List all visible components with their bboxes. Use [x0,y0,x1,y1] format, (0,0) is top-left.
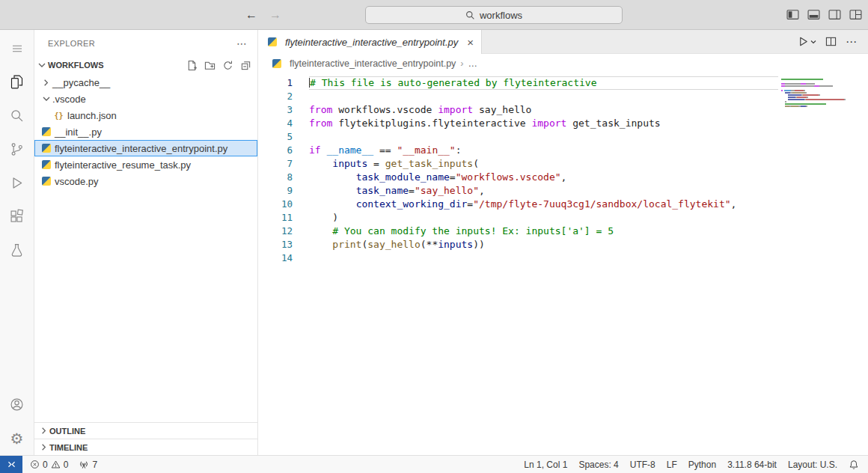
title-bar: ← → workflows [0,0,868,30]
extensions-icon[interactable] [0,200,34,234]
line-content: print(say_hello(**inputs)) [309,238,778,251]
tree-item-launch.json[interactable]: {}launch.json [34,107,257,123]
python-interpreter-status[interactable]: 3.11.8 64-bit [727,460,777,470]
line-content: # You can modify the inputs! Ex: inputs[… [309,225,778,238]
code-line-6[interactable]: 6if __name__ == "__main__": [258,144,868,157]
tree-item-__init__.py[interactable]: __init__.py [34,123,257,140]
tree-item-vscode.py[interactable]: vscode.py [34,173,257,189]
code-line-2[interactable]: 2 [258,90,868,103]
timeline-label: TIMELINE [49,443,88,452]
timeline-section[interactable]: TIMELINE [34,439,257,455]
line-content [309,90,778,103]
new-file-icon[interactable] [186,60,198,71]
python-file-icon [40,142,52,154]
code-line-14[interactable]: 14 [258,251,868,265]
line-number: 13 [258,238,293,251]
refresh-icon[interactable] [222,60,233,71]
code-line-5[interactable]: 5 [258,130,868,144]
sidebar-more-actions-icon[interactable]: ⋯ [236,37,247,49]
tab-label: flyteinteractive_interactive_entrypoint.… [285,37,458,48]
breadcrumb-file[interactable]: flyteinteractive_interactive_entrypoint.… [290,58,456,69]
notifications-bell-icon[interactable] [849,460,859,470]
code-line-10[interactable]: 10 context_working_dir="/tmp/flyte-7uuq3… [258,198,868,211]
chevron-down-icon [40,94,52,104]
line-number: 11 [258,211,293,225]
status-bar: 0 0 7 Ln 1, Col 1 Spaces: 4 UTF-8 LF Pyt… [0,455,868,473]
code-line-7[interactable]: 7 inputs = get_task_inputs( [258,157,868,171]
tree-item-label: __init__.py [55,126,102,138]
command-center-search[interactable]: workflows [365,6,623,24]
code-line-8[interactable]: 8 task_module_name="workflows.vscode", [258,171,868,184]
back-icon[interactable]: ← [245,8,257,22]
code-line-11[interactable]: 11 ) [258,211,868,225]
python-file-icon [266,36,278,48]
customize-layout-icon[interactable] [849,8,862,21]
tree-item-flyteinteractive_interactive_entrypoint.py[interactable]: flyteinteractive_interactive_entrypoint.… [34,140,257,156]
line-number: 2 [258,90,293,103]
code-line-9[interactable]: 9 task_name="say_hello", [258,184,868,198]
minimap[interactable] [781,78,849,109]
editor-group: flyteinteractive_interactive_entrypoint.… [258,30,868,455]
line-number: 4 [258,117,293,130]
code-lines: 1# This file is auto-generated by flytei… [258,76,868,265]
code-editor[interactable]: 1# This file is auto-generated by flytei… [258,73,868,455]
code-line-1[interactable]: 1# This file is auto-generated by flytei… [258,76,868,90]
error-icon [30,460,40,469]
search-sidebar-icon[interactable] [0,99,34,132]
run-debug-icon[interactable] [0,166,34,200]
code-line-13[interactable]: 13 print(say_hello(**inputs)) [258,238,868,251]
settings-gear-icon[interactable]: ⚙ [0,421,34,455]
close-icon[interactable]: × [462,36,474,49]
line-content [309,130,778,144]
chevron-down-icon [36,60,48,70]
encoding-status[interactable]: UTF-8 [630,460,655,470]
breadcrumb[interactable]: flyteinteractive_interactive_entrypoint.… [258,54,868,73]
eol-status[interactable]: LF [667,460,677,470]
toggle-secondary-sidebar-icon[interactable] [828,8,841,21]
outline-section[interactable]: OUTLINE [34,422,257,439]
code-line-12[interactable]: 12 # You can modify the inputs! Ex: inpu… [258,225,868,238]
line-content: from workflows.vscode import say_hello [309,103,778,117]
run-python-file-button[interactable] [798,36,816,47]
play-icon [798,36,809,47]
tree-item-flyteinteractive_resume_task.py[interactable]: flyteinteractive_resume_task.py [34,156,257,173]
testing-flask-icon[interactable] [0,234,34,267]
language-mode-status[interactable]: Python [688,460,716,470]
indentation-status[interactable]: Spaces: 4 [578,460,618,470]
tree-item-.vscode[interactable]: .vscode [34,91,257,107]
python-file-icon [40,126,52,138]
toggle-primary-sidebar-icon[interactable] [786,8,799,21]
editor-more-actions-icon[interactable]: ⋯ [846,35,858,49]
code-line-3[interactable]: 3from workflows.vscode import say_hello [258,103,868,117]
code-line-4[interactable]: 4from flytekitplugins.flyteinteractive i… [258,117,868,130]
collapse-all-icon[interactable] [240,60,251,71]
menu-icon[interactable] [0,31,34,65]
search-value: workflows [480,10,522,21]
line-content: from flytekitplugins.flyteinteractive im… [309,117,778,130]
source-control-icon[interactable] [0,132,34,166]
new-folder-icon[interactable] [204,60,216,71]
cursor-position-status[interactable]: Ln 1, Col 1 [524,460,567,470]
breadcrumb-more[interactable]: … [468,58,478,69]
split-editor-icon[interactable] [825,36,837,47]
line-content: if __name__ == "__main__": [309,144,778,157]
tab-flyteinteractive-entrypoint[interactable]: flyteinteractive_interactive_entrypoint.… [258,30,482,54]
keyboard-layout-status[interactable]: Layout: U.S. [788,460,837,470]
remote-indicator[interactable] [0,456,22,473]
line-number: 1 [258,76,293,90]
python-file-icon [270,58,283,70]
tree-item-__pycache__[interactable]: __pycache__ [34,74,257,91]
line-number: 3 [258,103,293,117]
tree-item-label: launch.json [67,110,117,121]
problems-status[interactable]: 0 0 [30,460,68,470]
toggle-panel-icon[interactable] [807,8,820,21]
explorer-files-icon[interactable] [0,65,34,99]
ports-status[interactable]: 7 [79,460,97,470]
workflows-section-header[interactable]: WORKFLOWS [34,56,257,74]
chevron-right-icon [37,426,49,436]
line-content: # This file is auto-generated by flytein… [309,76,778,90]
chevron-down-icon [810,39,816,45]
forward-icon[interactable]: → [269,8,281,22]
line-content: context_working_dir="/tmp/flyte-7uuq3cg1… [309,198,778,211]
account-icon[interactable] [0,388,34,421]
